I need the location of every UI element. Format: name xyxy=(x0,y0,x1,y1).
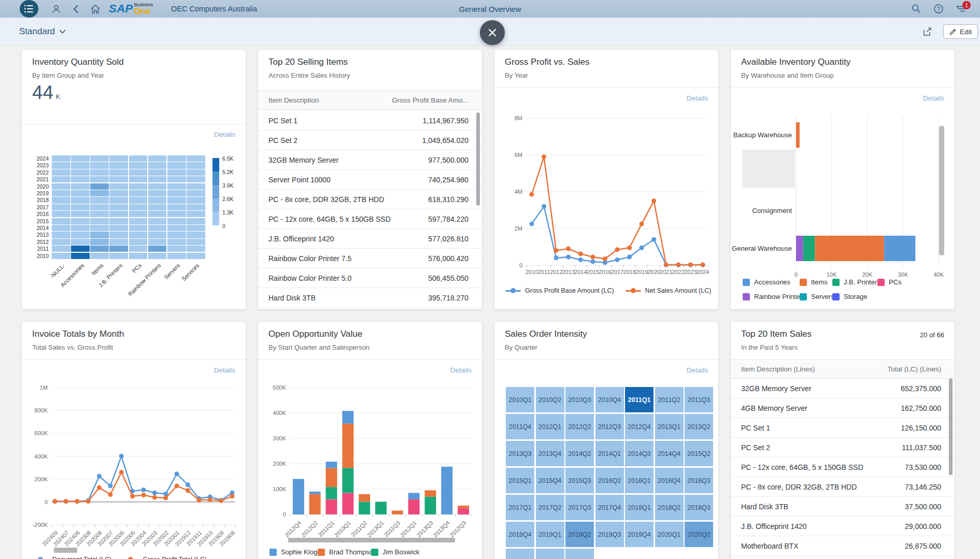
scrollbar-thumb[interactable] xyxy=(476,112,480,206)
quarter-tile[interactable]: 2018Q3 xyxy=(685,495,713,520)
heatmap-cell[interactable] xyxy=(71,225,90,231)
bar-segment[interactable] xyxy=(425,497,436,514)
data-point[interactable] xyxy=(701,262,705,267)
quarter-tile[interactable]: 2010Q1 xyxy=(506,387,534,412)
data-point[interactable] xyxy=(208,497,212,502)
data-point[interactable] xyxy=(186,482,190,487)
bar-segment[interactable] xyxy=(342,493,353,514)
quarter-tile[interactable]: 2015Q2 xyxy=(685,441,713,466)
heatmap-cell[interactable] xyxy=(167,197,186,203)
quarter-tile[interactable]: 2016Q2 xyxy=(595,468,624,493)
data-point[interactable] xyxy=(152,495,157,500)
legend-item[interactable]: Gross Profit Base Amount (LC) xyxy=(505,287,614,294)
legend-item[interactable]: Gross Profit Total (LC) xyxy=(123,556,206,559)
heatmap-cell[interactable] xyxy=(148,225,167,231)
data-point[interactable] xyxy=(53,499,58,504)
help-button[interactable]: ? xyxy=(932,0,945,18)
heatmap-cell[interactable] xyxy=(148,190,167,196)
table-row[interactable]: Motherboard BTX26,875.000 xyxy=(731,536,955,556)
heatmap-cell[interactable] xyxy=(71,218,90,224)
details-link[interactable]: Details xyxy=(450,366,472,374)
heatmap-cell[interactable] xyxy=(109,204,128,210)
home-button[interactable] xyxy=(89,0,102,18)
heatmap-cell[interactable] xyxy=(187,155,205,162)
heatmap-cell[interactable] xyxy=(109,218,128,224)
heatmap-cell[interactable] xyxy=(52,253,70,259)
table-row[interactable]: Hard Disk 3TB37,500.000 xyxy=(731,497,955,517)
data-point[interactable] xyxy=(175,471,179,476)
data-point[interactable] xyxy=(141,493,146,497)
bar-segment[interactable] xyxy=(458,506,469,508)
heatmap-cell[interactable] xyxy=(187,183,205,190)
heatmap-cell[interactable] xyxy=(187,239,205,245)
heatmap-cell[interactable] xyxy=(148,204,167,210)
data-point[interactable] xyxy=(108,483,112,488)
legend-item[interactable]: Accessories xyxy=(743,278,790,286)
quarter-tile[interactable]: 2014Q4 xyxy=(655,441,684,466)
heatmap-cell[interactable] xyxy=(148,155,167,162)
legend-item[interactable]: Servers xyxy=(800,293,834,300)
heatmap-cell[interactable] xyxy=(187,190,205,196)
data-point[interactable] xyxy=(578,252,583,256)
heatmap-cell[interactable] xyxy=(71,239,90,245)
table-row[interactable]: PC - 12x core, 64GB, 5 x 150GB SSD597,78… xyxy=(258,209,482,229)
quarter-tile[interactable]: 2017Q2 xyxy=(536,495,564,520)
heatmap-cell[interactable] xyxy=(90,204,109,210)
quarter-tile[interactable]: 2018Q1 xyxy=(625,495,654,520)
heatmap-cell[interactable] xyxy=(148,246,167,252)
heatmap-cell[interactable] xyxy=(109,253,128,259)
quarter-tile[interactable]: 2018Q2 xyxy=(655,495,684,520)
heatmap-cell[interactable] xyxy=(109,246,128,252)
bar-segment[interactable] xyxy=(342,424,353,468)
heatmap-cell[interactable] xyxy=(187,218,205,224)
quarter-tile[interactable]: 2013Q2 xyxy=(685,414,713,439)
heatmap-cell[interactable] xyxy=(167,183,186,190)
bar-segment[interactable] xyxy=(359,494,370,502)
table-row[interactable]: Rainbow Color Printer 5.0506,455.050 xyxy=(258,268,482,288)
data-point[interactable] xyxy=(97,474,102,479)
table-row[interactable]: 32GB Memory Server977,500.000 xyxy=(258,150,482,170)
legend-item[interactable]: Items xyxy=(800,278,828,286)
legend-item[interactable]: Storage xyxy=(832,293,868,300)
heatmap-cell[interactable] xyxy=(109,211,128,217)
data-point[interactable] xyxy=(590,255,595,260)
heatmap-cell[interactable] xyxy=(90,183,109,190)
heatmap-cell[interactable] xyxy=(90,246,109,252)
quarter-tile[interactable]: 2020Q2 xyxy=(685,522,713,547)
heatmap-cell[interactable] xyxy=(129,253,148,259)
heatmap-cell[interactable] xyxy=(187,211,205,217)
menu-button[interactable] xyxy=(20,0,38,18)
data-point[interactable] xyxy=(196,498,201,503)
heatmap-cell[interactable] xyxy=(90,197,109,203)
heatmap-cell[interactable] xyxy=(90,218,109,224)
heatmap-cell[interactable] xyxy=(129,183,148,190)
quarter-tile[interactable]: 2019Q4 xyxy=(625,522,654,547)
heatmap-cell[interactable] xyxy=(52,190,70,196)
table-row[interactable]: PC Set 21,049,654.020 xyxy=(258,131,482,150)
heatmap-cell[interactable] xyxy=(129,211,148,217)
data-point[interactable] xyxy=(554,255,559,260)
heatmap-cell[interactable] xyxy=(52,211,70,217)
data-point[interactable] xyxy=(542,204,546,209)
data-point[interactable] xyxy=(627,246,632,250)
heatmap-cell[interactable] xyxy=(71,253,90,259)
heatmap-cell[interactable] xyxy=(71,211,90,217)
heatmap-cell[interactable] xyxy=(109,169,128,176)
heatmap-cell[interactable] xyxy=(129,225,148,231)
heatmap-cell[interactable] xyxy=(109,197,128,203)
quarter-tile[interactable]: 2010Q4 xyxy=(595,387,624,412)
heatmap-cell[interactable] xyxy=(167,190,186,196)
table-row[interactable]: Rainbow Color Printer 7.5576,000.420 xyxy=(258,249,482,268)
bar-segment[interactable] xyxy=(293,479,304,514)
data-point[interactable] xyxy=(530,192,534,197)
data-point[interactable] xyxy=(664,262,669,267)
bar-segment[interactable] xyxy=(326,487,337,499)
data-point[interactable] xyxy=(130,494,135,498)
bar-segment[interactable] xyxy=(375,502,387,515)
quarter-tile[interactable]: 2010Q2 xyxy=(536,387,564,412)
heatmap-cell[interactable] xyxy=(71,232,90,238)
user-button[interactable] xyxy=(50,0,62,18)
heatmap-cell[interactable] xyxy=(52,169,70,176)
heatmap-cell[interactable] xyxy=(90,190,109,196)
quarter-tile[interactable]: 2013Q1 xyxy=(655,414,684,439)
